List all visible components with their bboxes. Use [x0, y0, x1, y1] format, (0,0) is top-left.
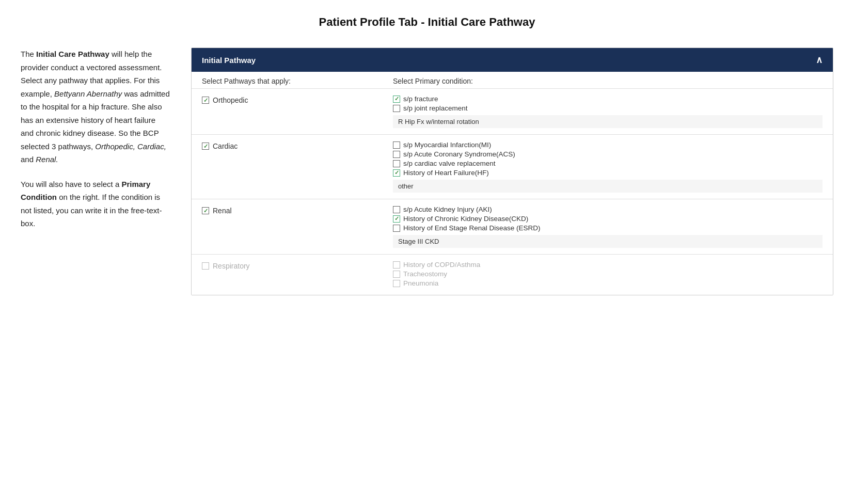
orthopedic-conditions: s/p fracture s/p joint replacement R Hip… [393, 95, 823, 128]
respiratory-checkbox[interactable] [202, 262, 209, 270]
panel-title: Initial Pathway [202, 56, 256, 65]
pathway-row-renal: Renal s/p Acute Kidney Injury (AKI) Hist… [192, 199, 833, 254]
copd-checkbox[interactable] [393, 261, 400, 269]
ckd-checkbox[interactable] [393, 215, 400, 223]
cardiacvalve-checkbox[interactable] [393, 160, 400, 167]
condition-ckd: History of Chronic Kidney Disease(CKD) [393, 215, 823, 223]
orthopedic-free-text[interactable]: R Hip Fx w/internal rotation [393, 115, 823, 128]
section-headers: Select Pathways that apply: Select Prima… [192, 72, 833, 88]
ckd-label: History of Chronic Kidney Disease(CKD) [403, 215, 528, 223]
patient-name: Bettyann Abernathy [54, 89, 122, 98]
condition-spjointreplacement: s/p joint replacement [393, 104, 823, 112]
condition-copd: History of COPD/Asthma [393, 261, 823, 269]
tracheostomy-checkbox[interactable] [393, 271, 400, 278]
tracheostomy-label: Tracheostomy [403, 270, 447, 278]
condition-acs: s/p Acute Coronary Syndrome(ACS) [393, 150, 823, 158]
cardiac-checkbox[interactable] [202, 143, 209, 150]
main-layout: The Initial Care Pathway will help the p… [21, 48, 833, 295]
respiratory-label: Respiratory [213, 262, 250, 270]
right-col-header: Select Primary condition: [393, 77, 823, 85]
page-title: Patient Profile Tab - Initial Care Pathw… [21, 15, 833, 29]
pathway-row-respiratory: Respiratory History of COPD/Asthma Trach… [192, 254, 833, 295]
pneumonia-label: Pneumonia [403, 279, 438, 287]
sidebar-paragraph-1: The Initial Care Pathway will help the p… [21, 48, 170, 166]
spjointreplacement-checkbox[interactable] [393, 105, 400, 112]
mi-label: s/p Myocardial Infarction(MI) [403, 141, 491, 149]
bold-primary-condition: Primary Condition [21, 180, 150, 202]
cardiac-label: Cardiac [213, 142, 238, 150]
collapse-chevron-icon[interactable]: ∧ [816, 54, 823, 66]
cardiac-free-text[interactable]: other [393, 180, 823, 193]
cardiacvalve-label: s/p cardiac valve replacement [403, 160, 496, 167]
pathway-list-italic: Orthopedic, Cardiac, [95, 142, 166, 151]
pathway-row-orthopedic: Orthopedic s/p fracture s/p joint replac… [192, 88, 833, 134]
sidebar-paragraph-2: You will also have to select a Primary C… [21, 178, 170, 230]
panel-header: Initial Pathway ∧ [192, 48, 833, 72]
condition-esrd: History of End Stage Renal Disease (ESRD… [393, 224, 823, 232]
condition-spfracture: s/p fracture [393, 95, 823, 103]
acs-checkbox[interactable] [393, 151, 400, 158]
cardiac-conditions: s/p Myocardial Infarction(MI) s/p Acute … [393, 141, 823, 193]
mi-checkbox[interactable] [393, 141, 400, 149]
aki-label: s/p Acute Kidney Injury (AKI) [403, 206, 492, 213]
renal-checkbox[interactable] [202, 207, 209, 214]
panel-body: Select Pathways that apply: Select Prima… [192, 72, 833, 295]
pathway-left-orthopedic: Orthopedic [202, 95, 393, 104]
spfracture-checkbox[interactable] [393, 96, 400, 103]
renal-conditions: s/p Acute Kidney Injury (AKI) History of… [393, 206, 823, 248]
condition-hf: History of Heart Failure(HF) [393, 169, 823, 177]
initial-pathway-panel: Initial Pathway ∧ Select Pathways that a… [191, 48, 833, 295]
orthopedic-checkbox[interactable] [202, 97, 209, 104]
renal-italic: Renal. [36, 155, 58, 164]
respiratory-conditions: History of COPD/Asthma Tracheostomy Pneu… [393, 261, 823, 289]
esrd-checkbox[interactable] [393, 225, 400, 232]
spjointreplacement-label: s/p joint replacement [403, 104, 468, 112]
aki-checkbox[interactable] [393, 206, 400, 213]
esrd-label: History of End Stage Renal Disease (ESRD… [403, 224, 541, 232]
renal-free-text[interactable]: Stage III CKD [393, 235, 823, 248]
sidebar: The Initial Care Pathway will help the p… [21, 48, 170, 242]
pathway-left-renal: Renal [202, 206, 393, 215]
bold-initial-care: Initial Care Pathway [36, 50, 109, 58]
condition-cardiacvalve: s/p cardiac valve replacement [393, 160, 823, 167]
copd-label: History of COPD/Asthma [403, 261, 480, 269]
hf-checkbox[interactable] [393, 169, 400, 177]
orthopedic-label: Orthopedic [213, 96, 248, 104]
acs-label: s/p Acute Coronary Syndrome(ACS) [403, 150, 515, 158]
left-col-header: Select Pathways that apply: [202, 77, 393, 85]
pneumonia-checkbox[interactable] [393, 280, 400, 287]
condition-pneumonia: Pneumonia [393, 279, 823, 287]
pathway-left-respiratory: Respiratory [202, 261, 393, 270]
pathway-row-cardiac: Cardiac s/p Myocardial Infarction(MI) s/… [192, 134, 833, 199]
spfracture-label: s/p fracture [403, 95, 438, 103]
renal-label: Renal [213, 207, 232, 215]
condition-mi: s/p Myocardial Infarction(MI) [393, 141, 823, 149]
condition-tracheostomy: Tracheostomy [393, 270, 823, 278]
pathway-left-cardiac: Cardiac [202, 141, 393, 150]
hf-label: History of Heart Failure(HF) [403, 169, 489, 177]
condition-aki: s/p Acute Kidney Injury (AKI) [393, 206, 823, 213]
